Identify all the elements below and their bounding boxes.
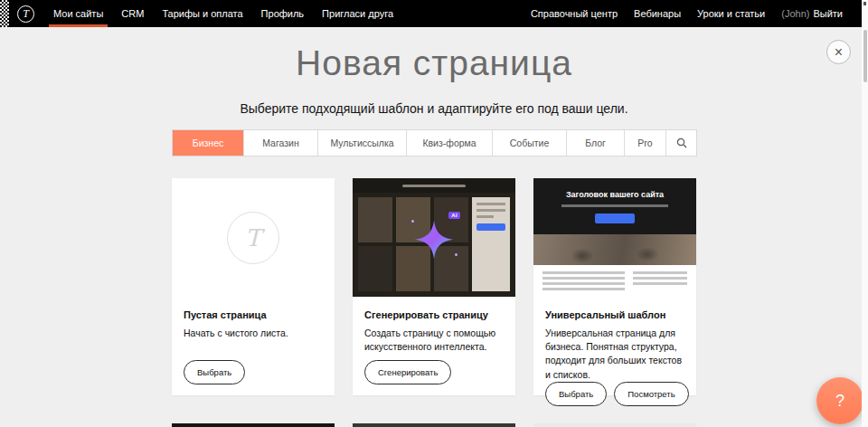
nav-lessons-articles[interactable]: Уроки и статьи	[689, 0, 773, 27]
preview-cta-button	[595, 214, 635, 223]
next-row-partial	[172, 423, 696, 427]
scrollbar-thumb[interactable]	[863, 30, 867, 82]
tab-event[interactable]: Событие	[492, 130, 566, 156]
card-info: Универсальный шаблон Универсальная стран…	[533, 297, 696, 417]
placeholder-line	[633, 271, 687, 274]
generate-button[interactable]: Сгенерировать	[364, 360, 451, 384]
tab-multilink[interactable]: Мультиссылка	[317, 130, 406, 156]
scroll-up-arrow[interactable]	[863, 2, 866, 5]
placeholder-text-column	[542, 271, 625, 297]
search-icon	[676, 138, 687, 148]
topbar-nav-left: Мои сайты CRM Тарифы и оплата Профиль Пр…	[44, 0, 402, 27]
template-card-partial[interactable]	[533, 423, 696, 427]
tab-pro[interactable]: Pro	[624, 130, 665, 156]
nav-webinars[interactable]: Вебинары	[626, 0, 689, 27]
question-icon: ?	[835, 392, 844, 411]
placeholder-line	[633, 277, 687, 280]
select-button[interactable]: Выбрать	[545, 382, 607, 406]
card-info: Сгенерировать страницу Создать страницу …	[353, 297, 515, 395]
card-description: Создать страницу с помощью искусственног…	[364, 327, 504, 354]
placeholder-line	[402, 185, 466, 187]
logout-label: Выйти	[813, 8, 843, 19]
topbar: T Мои сайты CRM Тарифы и оплата Профиль …	[0, 0, 862, 27]
card-actions: Выбрать Посмотреть	[545, 382, 684, 406]
card-ai-generate[interactable]: AI Сгенерировать страницу Создать страни…	[353, 178, 515, 395]
preview-office-photo	[533, 234, 696, 265]
template-preview-ai[interactable]: AI	[353, 178, 515, 297]
preview-text-section	[533, 265, 696, 297]
nav-help-center[interactable]: Справочный центр	[523, 0, 626, 27]
tab-shop[interactable]: Магазин	[243, 130, 317, 156]
user-name: (John)	[781, 8, 809, 19]
tilda-watermark-icon: T	[245, 224, 260, 251]
help-button[interactable]: ?	[816, 377, 863, 424]
close-button[interactable]: ×	[826, 40, 851, 64]
template-card-partial[interactable]	[172, 423, 335, 427]
tab-business[interactable]: Бизнес	[173, 130, 243, 156]
preview-side-panel	[472, 197, 510, 291]
placeholder-line	[476, 209, 505, 212]
nav-profile[interactable]: Профиль	[252, 0, 314, 27]
placeholder-line	[476, 203, 505, 205]
card-info: Пустая страница Начать с чистого листа. …	[172, 297, 335, 395]
card-description: Универсальная страница для бизнеса. Поня…	[545, 327, 684, 382]
template-preview-blank[interactable]: T	[172, 178, 335, 297]
nav-my-sites[interactable]: Мои сайты	[44, 0, 112, 27]
edge-decor-pattern	[0, 0, 9, 27]
tab-quiz-form[interactable]: Квиз-форма	[406, 130, 492, 156]
card-actions: Выбрать	[184, 360, 323, 384]
close-icon: ×	[835, 45, 843, 60]
preview-site-header	[353, 178, 515, 193]
nav-crm[interactable]: CRM	[112, 0, 153, 27]
tilda-watermark-circle: T	[227, 212, 279, 264]
placeholder-line	[476, 215, 494, 218]
tab-search[interactable]	[665, 130, 696, 156]
tab-blog[interactable]: Блог	[566, 130, 624, 156]
template-cards-grid: T Пустая страница Начать с чистого листа…	[172, 178, 696, 395]
preview-headline: Заголовок вашего сайта	[566, 190, 664, 199]
template-card-partial[interactable]	[353, 423, 515, 427]
card-title: Сгенерировать страницу	[364, 309, 504, 320]
placeholder-button	[476, 223, 505, 231]
select-button[interactable]: Выбрать	[184, 360, 245, 384]
ai-badge: AI	[448, 212, 460, 219]
placeholder-line	[542, 288, 625, 290]
view-button[interactable]: Посмотреть	[614, 382, 688, 406]
card-blank-page[interactable]: T Пустая страница Начать с чистого листа…	[172, 178, 335, 395]
template-preview-universal[interactable]: Заголовок вашего сайта	[533, 178, 696, 297]
scrollbar-track[interactable]	[862, 0, 868, 427]
sparkle-dot	[411, 220, 414, 223]
page-subtitle: Выберите подходящий шаблон и адаптируйте…	[0, 101, 868, 116]
preview-hero: Заголовок вашего сайта	[533, 178, 696, 234]
card-title: Универсальный шаблон	[545, 309, 684, 320]
nav-plans-payment[interactable]: Тарифы и оплата	[153, 0, 251, 27]
photo-thumb	[358, 246, 392, 291]
placeholder-line	[542, 271, 625, 274]
card-title: Пустая страница	[184, 309, 323, 320]
nav-logout[interactable]: (John) Выйти	[773, 0, 851, 27]
placeholder-line	[561, 204, 668, 207]
page-title: Новая страница	[0, 43, 868, 83]
tilda-logo[interactable]: T	[17, 5, 34, 23]
card-universal-template[interactable]: Заголовок вашего сайта Ун	[533, 178, 696, 395]
placeholder-line	[633, 282, 687, 285]
nav-invite-friend[interactable]: Пригласи друга	[313, 0, 402, 27]
placeholder-text-column	[633, 271, 687, 297]
photo-thumb	[358, 197, 392, 242]
placeholder-line	[542, 282, 625, 285]
card-description: Начать с чистого листа.	[184, 327, 323, 340]
card-actions: Сгенерировать	[364, 360, 504, 384]
placeholder-line	[542, 277, 625, 280]
topbar-nav-right: Справочный центр Вебинары Уроки и статьи…	[523, 0, 862, 27]
ai-sparkle-icon	[413, 218, 455, 260]
template-category-tabs: Бизнес Магазин Мультиссылка Квиз-форма С…	[172, 129, 697, 157]
